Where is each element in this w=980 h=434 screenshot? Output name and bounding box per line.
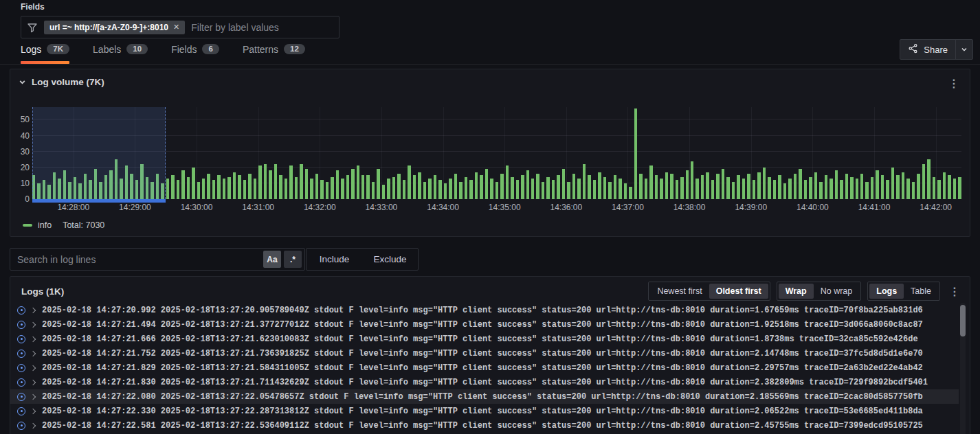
bar xyxy=(289,165,292,199)
expand-chevron-icon[interactable] xyxy=(30,379,36,385)
x-axis-tick: 14:34:00 xyxy=(427,203,459,212)
toggle-option-table[interactable]: Table xyxy=(904,284,938,299)
bar xyxy=(413,175,416,199)
include-button[interactable]: Include xyxy=(307,249,362,270)
expand-chevron-icon[interactable] xyxy=(30,408,36,413)
bar xyxy=(742,179,745,199)
expand-chevron-icon[interactable] xyxy=(30,307,36,312)
regex-button[interactable]: .* xyxy=(284,251,302,268)
log-line-menu-icon[interactable] xyxy=(17,350,25,358)
expand-chevron-icon[interactable] xyxy=(30,350,36,356)
logs-menu-kebab-icon[interactable]: ⋮ xyxy=(946,285,963,298)
y-axis-tick: 30 xyxy=(21,147,30,157)
bar xyxy=(212,180,215,199)
log-line-text: 2025-02-18 14:27:20.992 2025-02-18T13:27… xyxy=(42,306,923,315)
log-line-menu-icon[interactable] xyxy=(17,378,25,387)
toggle-option-wrap[interactable]: Wrap xyxy=(779,284,814,299)
log-volume-plot[interactable] xyxy=(32,107,961,199)
log-row[interactable]: 2025-02-18 14:27:21.666 2025-02-18T13:27… xyxy=(10,332,959,346)
log-line-menu-icon[interactable] xyxy=(17,335,25,343)
log-row[interactable]: 2025-02-18 14:27:21.830 2025-02-18T13:27… xyxy=(10,375,959,389)
panel-menu-kebab-icon[interactable]: ⋮ xyxy=(945,77,963,91)
expand-chevron-icon[interactable] xyxy=(30,393,36,399)
legend-series-label[interactable]: info xyxy=(38,220,52,230)
close-icon[interactable]: ✕ xyxy=(173,23,179,32)
log-line-menu-icon[interactable] xyxy=(17,321,25,329)
log-row[interactable]: 2025-02-18 14:27:20.992 2025-02-18T13:27… xyxy=(10,303,959,317)
bar xyxy=(526,170,529,199)
toggle-option-newest-first[interactable]: Newest first xyxy=(650,284,709,299)
bar xyxy=(227,177,230,199)
log-volume-bars xyxy=(32,107,961,199)
toggle-option-oldest-first[interactable]: Oldest first xyxy=(709,284,768,299)
log-line-menu-icon[interactable] xyxy=(17,407,25,415)
legend-series-swatch xyxy=(23,224,32,227)
tab-count-badge: 6 xyxy=(202,44,219,55)
toggle-option-no-wrap[interactable]: No wrap xyxy=(814,284,860,299)
x-axis-tick: 14:29:00 xyxy=(119,203,151,212)
bar xyxy=(649,165,652,199)
log-line-menu-icon[interactable] xyxy=(17,364,25,372)
log-row[interactable]: 2025-02-18 14:27:21.829 2025-02-18T13:27… xyxy=(10,361,959,375)
log-line-menu-icon[interactable] xyxy=(17,393,25,401)
toggle-option-logs[interactable]: Logs xyxy=(869,284,904,299)
filter-chip[interactable]: url =~ http://[a-zA-Z0-9-]+:8010 ✕ xyxy=(44,21,185,34)
bar xyxy=(377,169,379,199)
bar xyxy=(948,175,950,199)
log-line-menu-icon[interactable] xyxy=(17,306,25,315)
tab-logs[interactable]: Logs7K xyxy=(21,41,69,64)
bar xyxy=(300,164,302,199)
tab-labels[interactable]: Labels10 xyxy=(93,41,148,64)
bar xyxy=(655,175,658,199)
bar xyxy=(449,179,452,199)
bar xyxy=(546,177,549,199)
collapse-chevron-icon[interactable] xyxy=(19,78,26,86)
log-volume-panel-title: Log volume (7K) xyxy=(32,77,104,87)
tab-label: Labels xyxy=(93,44,121,55)
log-row[interactable]: 2025-02-18 14:27:22.080 2025-02-18T13:27… xyxy=(10,389,959,404)
bar xyxy=(392,177,395,199)
tab-fields[interactable]: Fields6 xyxy=(171,41,219,64)
expand-chevron-icon[interactable] xyxy=(30,422,36,428)
time-selection-region[interactable] xyxy=(32,107,166,199)
expand-chevron-icon[interactable] xyxy=(30,321,36,327)
bar xyxy=(794,174,797,199)
bar xyxy=(691,161,693,199)
tab-bar: Logs7KLabels10Fields6Patterns12 xyxy=(21,41,305,64)
bar xyxy=(397,174,400,199)
bar xyxy=(943,172,946,199)
share-button-main[interactable]: Share xyxy=(900,40,955,59)
bar xyxy=(753,180,755,199)
log-rows-list: 2025-02-18 14:27:20.992 2025-02-18T13:27… xyxy=(10,303,959,434)
log-row[interactable]: 2025-02-18 14:27:21.752 2025-02-18T13:27… xyxy=(10,346,959,361)
y-axis-tick: 50 xyxy=(21,115,30,124)
share-dropdown-button[interactable] xyxy=(956,40,972,59)
bar xyxy=(207,174,210,199)
bar xyxy=(531,179,534,199)
bar xyxy=(557,175,559,199)
log-row[interactable]: 2025-02-18 14:27:22.330 2025-02-18T13:27… xyxy=(10,404,959,418)
x-axis-tick: 14:36:00 xyxy=(550,203,582,212)
bar xyxy=(361,175,364,199)
share-button[interactable]: Share xyxy=(900,39,973,60)
bar xyxy=(438,180,441,199)
expand-chevron-icon[interactable] xyxy=(30,365,36,370)
tabs-divider xyxy=(0,64,980,65)
bar xyxy=(933,177,935,199)
bar xyxy=(583,164,586,199)
bar xyxy=(768,177,770,199)
label-filter-input[interactable]: url =~ http://[a-zA-Z0-9-]+:8010 ✕ Filte… xyxy=(21,16,339,38)
search-input[interactable] xyxy=(17,254,260,265)
log-line-menu-icon[interactable] xyxy=(17,422,25,430)
bar xyxy=(865,182,868,199)
log-row[interactable]: 2025-02-18 14:27:21.494 2025-02-18T13:27… xyxy=(10,317,959,332)
match-case-button[interactable]: Aa xyxy=(263,251,281,268)
bar xyxy=(804,180,807,199)
tab-patterns[interactable]: Patterns12 xyxy=(243,41,305,64)
scrollbar-thumb[interactable] xyxy=(960,305,966,336)
exclude-button[interactable]: Exclude xyxy=(362,249,418,270)
bar xyxy=(238,175,241,199)
log-line-text: 2025-02-18 14:27:21.752 2025-02-18T13:27… xyxy=(42,349,923,358)
expand-chevron-icon[interactable] xyxy=(30,336,36,341)
log-row[interactable]: 2025-02-18 14:27:22.581 2025-02-18T13:27… xyxy=(10,418,959,433)
